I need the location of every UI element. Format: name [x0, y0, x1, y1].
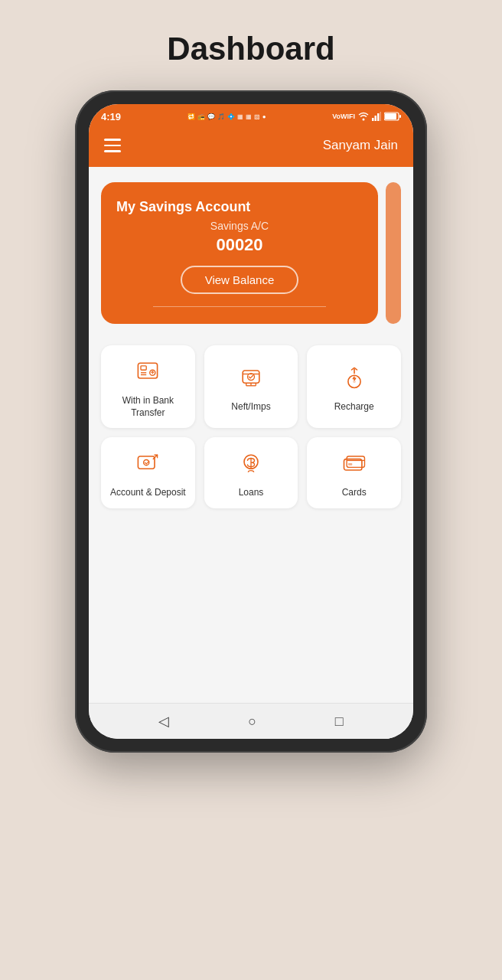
phone-mockup: 4:19 🔁 📻 💬 🎵 💠 ▦ ▦ ▧ ● VoWIFI [75, 90, 427, 753]
menu-grid: With in Bank Transfer Ne [101, 345, 401, 508]
svg-rect-2 [374, 116, 376, 121]
account-cards-row: My Savings Account Savings A/C 00020 Vie… [101, 182, 401, 324]
deposit-icon [134, 449, 161, 481]
recharge-icon [341, 364, 368, 395]
menu-item-neft-imps[interactable]: Neft/Imps [204, 345, 298, 428]
menu-item-recharge[interactable]: Recharge [307, 345, 401, 428]
svg-rect-9 [141, 366, 146, 370]
home-button[interactable]: ○ [248, 714, 256, 730]
svg-rect-19 [348, 463, 352, 466]
phone-screen: 4:19 🔁 📻 💬 🎵 💠 ▦ ▦ ▧ ● VoWIFI [89, 104, 413, 739]
back-button[interactable]: ◁ [158, 713, 169, 730]
app-header: Sanyam Jain [89, 129, 413, 167]
menu-item-label-transfer: With in Bank Transfer [107, 395, 189, 419]
phone-nav-bar: ◁ ○ □ [89, 703, 413, 739]
svg-rect-7 [399, 115, 401, 118]
user-name: Sanyam Jain [323, 138, 398, 153]
svg-point-0 [362, 119, 364, 121]
wifi-icon [358, 112, 369, 121]
card-divider [153, 306, 325, 307]
transfer-icon [134, 358, 161, 389]
menu-item-label-cards: Cards [342, 487, 367, 499]
status-time: 4:19 [101, 111, 121, 122]
page-title: Dashboard [167, 31, 334, 67]
battery-icon [384, 112, 401, 121]
menu-item-label-deposit: Account & Deposit [110, 487, 186, 499]
status-icons-left: 🔁 📻 💬 🎵 💠 ▦ ▦ ▧ ● [187, 113, 266, 120]
menu-item-label-neft: Neft/Imps [231, 401, 270, 413]
menu-item-cards[interactable]: Cards [307, 437, 401, 508]
status-bar: 4:19 🔁 📻 💬 🎵 💠 ▦ ▦ ▧ ● VoWIFI [89, 104, 413, 129]
svg-rect-3 [377, 113, 380, 121]
wifi-label: VoWIFI [332, 113, 355, 120]
recents-button[interactable]: □ [335, 714, 344, 730]
svg-rect-4 [380, 112, 381, 121]
svg-rect-1 [372, 118, 374, 121]
account-card-peek [386, 182, 401, 324]
account-card-number: 00020 [216, 235, 262, 255]
signal-icon [372, 112, 381, 121]
loans-icon [237, 449, 265, 481]
hamburger-menu[interactable] [104, 139, 121, 152]
status-right: VoWIFI [332, 112, 401, 121]
svg-rect-6 [385, 113, 396, 119]
svg-point-14 [353, 380, 356, 383]
cards-icon [341, 449, 368, 481]
account-card-title: My Savings Account [116, 199, 250, 215]
menu-item-account-deposit[interactable]: Account & Deposit [101, 437, 195, 508]
menu-item-within-bank-transfer[interactable]: With in Bank Transfer [101, 345, 195, 428]
svg-rect-15 [139, 456, 155, 469]
view-balance-button[interactable]: View Balance [181, 266, 299, 294]
menu-item-label-loans: Loans [239, 487, 264, 499]
account-card-type: Savings A/C [210, 220, 269, 232]
app-body: My Savings Account Savings A/C 00020 Vie… [89, 167, 413, 703]
menu-item-label-recharge: Recharge [334, 401, 374, 413]
neft-icon [237, 364, 265, 395]
menu-item-loans[interactable]: Loans [204, 437, 298, 508]
account-card[interactable]: My Savings Account Savings A/C 00020 Vie… [101, 182, 378, 324]
